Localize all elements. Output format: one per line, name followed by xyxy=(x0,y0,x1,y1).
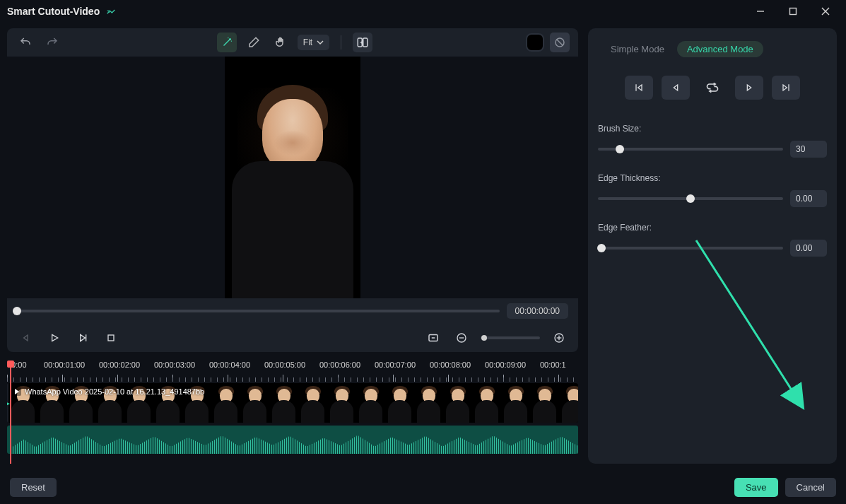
play-button[interactable] xyxy=(45,329,64,347)
titlebar: Smart Cutout-Video xyxy=(0,0,846,23)
cancel-button[interactable]: Cancel xyxy=(785,478,836,497)
window-minimize-button[interactable] xyxy=(751,2,770,20)
fit-view-button[interactable] xyxy=(424,329,442,347)
window-maximize-button[interactable] xyxy=(784,2,802,20)
audio-track[interactable] xyxy=(7,426,578,454)
cutout-icon xyxy=(105,6,117,17)
ruler-label: 00:00:08:00 xyxy=(430,361,471,369)
svg-point-4 xyxy=(230,39,231,40)
playhead[interactable] xyxy=(10,362,11,464)
ruler: 00:00 00:00:01:00 00:00:02:00 00:00:03:0… xyxy=(7,361,578,382)
scrub-row: 00:00:00:00 xyxy=(7,298,578,324)
svg-rect-6 xyxy=(363,38,368,47)
next-keyframe-button[interactable] xyxy=(735,76,763,100)
save-button[interactable]: Save xyxy=(734,478,778,497)
tab-simple-mode[interactable]: Simple Mode xyxy=(611,44,664,54)
compare-toggle[interactable] xyxy=(353,33,372,52)
prev-frame-button[interactable] xyxy=(17,329,35,347)
edge-feather-value[interactable]: 0.00 xyxy=(790,240,827,257)
edge-thickness-slider[interactable] xyxy=(598,197,783,200)
last-keyframe-button[interactable] xyxy=(772,76,800,100)
right-panel: Simple Mode Advanced Mode Brush Size: 30… xyxy=(588,28,837,464)
edge-feather-label: Edge Feather: xyxy=(598,223,827,233)
reset-button[interactable]: Reset xyxy=(10,478,57,497)
clip-label: WhatsApp Video 2025-02-10 at 16.21.13_49… xyxy=(13,387,204,396)
undo-button[interactable] xyxy=(16,33,35,52)
ruler-label: 00:00:09:00 xyxy=(485,361,526,369)
separator xyxy=(341,35,341,49)
preview-canvas[interactable] xyxy=(7,57,578,298)
viewer-toolbar: Fit xyxy=(7,28,578,57)
stop-button[interactable] xyxy=(102,329,120,347)
clip-name: WhatsApp Video 2025-02-10 at 16.21.13_49… xyxy=(25,387,204,396)
magic-brush-tool[interactable] xyxy=(217,33,237,52)
waveform xyxy=(13,430,578,454)
brush-size-slider[interactable] xyxy=(598,148,783,151)
svg-line-8 xyxy=(557,40,563,46)
hand-tool[interactable] xyxy=(271,33,290,52)
edge-thickness-value[interactable]: 0.00 xyxy=(790,190,827,207)
mode-tabs: Simple Mode Advanced Mode xyxy=(598,41,827,57)
edge-feather-slider[interactable] xyxy=(598,247,783,250)
ruler-label: 00:00:07:00 xyxy=(375,361,416,369)
prev-keyframe-button[interactable] xyxy=(662,76,690,100)
video-frame xyxy=(225,57,360,298)
redo-button[interactable] xyxy=(42,33,62,52)
keyframe-nav xyxy=(598,76,827,100)
zoom-in-button[interactable] xyxy=(550,329,568,347)
edge-thickness-label: Edge Thickness: xyxy=(598,173,827,183)
play-controls xyxy=(7,324,578,352)
ruler-label: 00:00:04:00 xyxy=(209,361,250,369)
annotation-arrow xyxy=(686,233,813,417)
ruler-label: 00:00:06:00 xyxy=(319,361,360,369)
brush-size-label: Brush Size: xyxy=(598,124,827,134)
ruler-label: 00:00:05:00 xyxy=(264,361,305,369)
bottombar: Reset Save Cancel xyxy=(0,470,846,504)
no-background-button[interactable] xyxy=(550,33,570,52)
loop-toggle-button[interactable] xyxy=(698,76,727,100)
viewer-card: Fit 00:00:00:00 xyxy=(7,28,578,352)
window-close-button[interactable] xyxy=(816,2,835,20)
timeline[interactable]: 00:00 00:00:01:00 00:00:02:00 00:00:03:0… xyxy=(7,361,578,464)
video-track[interactable]: ▸ xyxy=(7,383,578,423)
ruler-label: 00:00:1 xyxy=(540,361,566,369)
zoom-value: Fit xyxy=(303,37,312,47)
left-panel: Fit 00:00:00:00 xyxy=(7,28,578,464)
playback-scrubber[interactable] xyxy=(17,310,500,312)
ruler-label: 00:00:01:00 xyxy=(44,361,85,369)
ruler-label: 00:00:03:00 xyxy=(154,361,195,369)
eraser-tool[interactable] xyxy=(244,33,264,52)
first-keyframe-button[interactable] xyxy=(625,76,653,100)
background-color-swatch[interactable] xyxy=(527,35,543,50)
play-icon xyxy=(13,387,21,396)
svg-line-19 xyxy=(696,240,802,406)
svg-rect-1 xyxy=(790,8,797,15)
zoom-out-button[interactable] xyxy=(452,329,471,347)
zoom-slider[interactable] xyxy=(481,336,540,339)
svg-rect-10 xyxy=(108,335,114,341)
timecode-display: 00:00:00:00 xyxy=(507,303,568,319)
brush-size-value[interactable]: 30 xyxy=(790,141,827,158)
window-title: Smart Cutout-Video xyxy=(7,6,100,17)
tab-advanced-mode[interactable]: Advanced Mode xyxy=(677,41,763,57)
step-forward-button[interactable] xyxy=(74,329,92,347)
ruler-label: 00:00:02:00 xyxy=(99,361,140,369)
zoom-select[interactable]: Fit xyxy=(298,35,329,50)
